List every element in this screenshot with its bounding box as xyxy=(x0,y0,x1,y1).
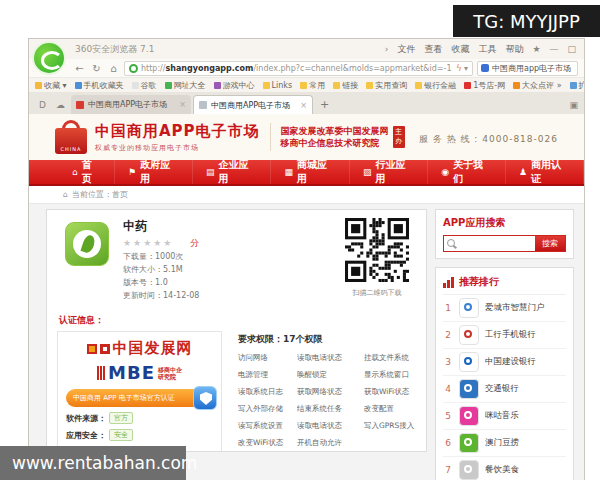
search-engine-box[interactable]: 中国商用app电子市场 xyxy=(477,61,578,76)
store-icon[interactable]: ★ xyxy=(532,44,540,54)
menu-item[interactable]: 帮助 xyxy=(505,43,523,56)
devnet-logo-text: 中国发展网 xyxy=(113,339,193,358)
mbe-subtext: 移商中企研究院 xyxy=(158,366,182,380)
menu-items: 文件查看收藏工具帮助 xyxy=(397,43,523,56)
ranking-item[interactable]: 4 交通银行 xyxy=(443,376,566,403)
bookmark-item[interactable]: 银行金融 xyxy=(415,80,456,91)
bookmark-favicon xyxy=(570,82,577,89)
rank-app-name: 中国建设银行 xyxy=(485,356,536,368)
restore-tabs-icon[interactable]: ▣ xyxy=(569,100,578,114)
app-summary-row: 中药 ★★★★★ 分 下载量：1000次 xyxy=(57,218,416,310)
ranking-item[interactable]: 5 咪咕音乐 xyxy=(443,403,566,430)
devnet-logo-outline-icon xyxy=(100,344,110,354)
bookmark-item[interactable]: 谷歌 xyxy=(132,80,157,91)
app-search-button[interactable]: 搜索 xyxy=(535,236,565,251)
detail-label: 软件大小： xyxy=(123,265,163,274)
tab-close-icon[interactable]: × xyxy=(300,101,307,110)
bookmark-item[interactable]: 扩展 ▾ xyxy=(570,80,584,91)
nav-item[interactable]: ▦ 商城应用 xyxy=(271,160,349,184)
cert-value-tag: 官方 xyxy=(109,412,133,424)
refresh-icon[interactable]: ↻ xyxy=(90,63,103,74)
menu-item[interactable]: 查看 xyxy=(424,43,442,56)
url-protocol: http:// xyxy=(141,64,166,73)
permission-item: 电源管理 xyxy=(238,370,294,380)
menu-collapse-icon[interactable]: › xyxy=(385,44,389,54)
bookmark-label: Links xyxy=(272,81,293,90)
tab-appmarket-2-active[interactable]: 中国商用APP电子市场 × xyxy=(193,95,313,114)
url-domain: shangyongapp.com xyxy=(166,64,254,73)
detail-label: 下载量： xyxy=(123,252,155,261)
bookmark-favicon xyxy=(165,82,172,89)
bookmark-label: 常用 xyxy=(309,80,325,91)
bookmark-item[interactable]: 收藏 ▾ xyxy=(35,80,67,91)
permission-item: 读取电话状态 xyxy=(297,353,361,363)
permissions-title: 要求权限：17个权限 xyxy=(238,333,416,346)
bookmark-item[interactable]: Links xyxy=(263,81,293,90)
bookmark-favicon xyxy=(263,82,270,89)
menu-item[interactable]: 文件 xyxy=(397,43,415,56)
rank-number: 1 xyxy=(443,303,453,313)
maximize-icon[interactable]: □ xyxy=(567,44,576,54)
bookmark-item[interactable]: 手机收藏夹 xyxy=(75,80,124,91)
minimize-icon[interactable]: — xyxy=(549,44,558,54)
ranking-item[interactable]: 3 中国建设银行 xyxy=(443,349,566,376)
menu-item[interactable]: 收藏 xyxy=(451,43,469,56)
nav-item[interactable]: ♟ 商用认证 xyxy=(506,160,584,184)
ranking-item[interactable]: 6 澳门豆捞 xyxy=(443,430,566,457)
nav-item[interactable]: ⌂ 首页 xyxy=(59,160,115,184)
bookmark-label: 扩展 ▾ xyxy=(579,80,584,91)
bookmark-item[interactable]: 1号店-网 xyxy=(464,80,505,91)
breadcrumb-home-icon[interactable]: ⌂ xyxy=(63,190,68,199)
url-field[interactable]: http://shangyongapp.com/index.php?c=chan… xyxy=(124,61,473,76)
nav-item-icon: ⚑ xyxy=(128,167,136,177)
bookmark-label: 链接 xyxy=(342,80,358,91)
menu-item[interactable]: 工具 xyxy=(478,43,496,56)
nav-item[interactable]: ◉ 关于我们 xyxy=(428,160,506,184)
nav-item-label: 行业应用 xyxy=(375,158,414,186)
rank-number: 7 xyxy=(443,465,453,475)
rank-number: 6 xyxy=(443,438,453,448)
tab-appmarket-1[interactable]: 中国商用APP电子市场 × xyxy=(71,95,191,114)
ranking-title: 推荐排行 xyxy=(459,275,499,289)
detail-value: 14-12-08 xyxy=(163,291,199,300)
ranking-item[interactable]: 7 餐饮美食 xyxy=(443,457,566,480)
bookmark-item[interactable]: 网址大全 xyxy=(165,80,206,91)
app-search-title: APP应用搜索 xyxy=(443,216,566,230)
sponsor-block: 国家发展改革委中国发展网 移商中企信息技术研究院 xyxy=(281,125,389,149)
tab-close-icon[interactable]: × xyxy=(179,100,186,109)
ranking-item[interactable]: 2 工行手机银行 xyxy=(443,322,566,349)
bookmark-item[interactable]: 常用 xyxy=(300,80,325,91)
url-dropdown-icon[interactable]: ▾ xyxy=(464,64,468,73)
bookmarks-bar: 收藏 ▾ 手机收藏夹 谷歌 网址大全 xyxy=(29,78,584,92)
bookmark-item[interactable]: 实用查询 xyxy=(366,80,407,91)
permission-item: 结束系统任务 xyxy=(297,404,361,414)
rank-app-icon xyxy=(459,433,479,453)
browser-360-logo-icon xyxy=(32,41,66,75)
speed-dial-icon[interactable]: D xyxy=(35,100,50,114)
bookmark-label: 谷歌 xyxy=(141,80,157,91)
nav-item[interactable]: ▤ 企业应用 xyxy=(193,160,271,184)
cloud-sync-icon[interactable]: ☁ xyxy=(52,100,69,114)
bookmark-item[interactable]: 大众点评 » xyxy=(513,80,561,91)
accelerator-icon[interactable]: ϟ xyxy=(456,63,462,73)
bookmark-label: 手机收藏夹 xyxy=(84,80,124,91)
home-icon[interactable]: ⌂ xyxy=(107,63,120,74)
sidebar: APP应用搜索 搜索 推荐排行 xyxy=(435,209,574,480)
back-icon[interactable]: ← xyxy=(73,63,86,74)
nav-item-icon: ▨ xyxy=(363,167,372,177)
nav-item-label: 关于我们 xyxy=(453,158,492,186)
ranking-item[interactable]: 1 爱城市智慧门户 xyxy=(443,295,566,322)
webpage: CHINA 中国商用APP电子市场 权威专业的移动应用电子市场 国家发展改革委中… xyxy=(29,114,584,480)
nav-item[interactable]: ⚑ 政府应用 xyxy=(115,160,193,184)
bookmark-item[interactable]: 链接 xyxy=(333,80,358,91)
nav-item[interactable]: ▨ 行业应用 xyxy=(350,160,428,184)
bookmark-label: 1号店-网 xyxy=(473,80,505,91)
bookmark-item[interactable]: 游戏中心 xyxy=(214,80,255,91)
detail-value: 1.0 xyxy=(155,278,168,287)
devnet-logo-square-icon xyxy=(87,344,97,354)
app-search-input[interactable] xyxy=(458,236,535,251)
address-bar: ← ↻ ⌂ http://shangyongapp.com/index.php?… xyxy=(29,59,584,78)
rank-app-icon xyxy=(459,298,479,318)
mbe-text: MBE xyxy=(108,362,155,383)
new-tab-button[interactable]: + xyxy=(315,98,334,114)
